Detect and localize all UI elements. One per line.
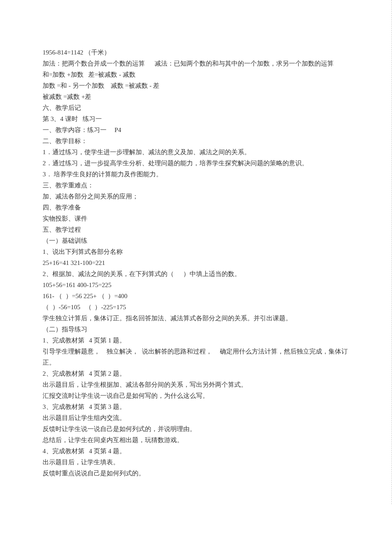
text-line: 三、教学重难点： — [43, 180, 349, 191]
text-line: 反馈时让学生说一说自己是如何列式的，并说明理由。 — [43, 423, 349, 434]
text-line: 实物投影、课件 — [43, 213, 349, 224]
text-line: 出示题目后让学生组内交流。 — [43, 412, 349, 423]
text-line: 反馈时重点说说自己是如何列式的。 — [43, 468, 349, 479]
text-line: 总结后，让学生在同桌内互相出题，玩猜数游戏。 — [43, 434, 349, 446]
text-line: 引导学生理解题意， 独立解决， 说出解答的思路和过程， 确定用什么方法计算，然后… — [43, 346, 349, 368]
text-line: 汇报交流时让学生说一说自己是如何写的，为什么这么写。 — [43, 390, 349, 401]
text-line: 四、教学准备 — [43, 202, 349, 213]
text-line: 2、完成教材第 4 页第 2 题。 — [43, 368, 349, 379]
text-line: 1．通过练习，使学生进一步理解加、减法的意义及加、减法之间的关系。 — [43, 147, 349, 158]
text-line: 六、教学后记 — [43, 102, 349, 113]
text-line: 1、完成教材第 4 页第 1 题。 — [43, 335, 349, 346]
text-line: 五、教学过程 — [43, 224, 349, 235]
text-line: 25+16=41 321-100=221 — [43, 257, 349, 268]
text-line: 161- （ ）=56 225+ （ ）=400 — [43, 290, 349, 302]
text-line: （二）指导练习 — [43, 324, 349, 335]
text-line: 二、教学目标： — [43, 135, 349, 147]
text-line: 出示题目后，让学生根据加、减法各部分间的关系，写出另外两个算式。 — [43, 379, 349, 390]
text-line: 被减数 =减数 +差 — [43, 91, 349, 102]
text-line: 1、说出下列算式各部分名称 — [43, 246, 349, 257]
text-line: （一）基础训练 — [43, 235, 349, 246]
text-line: 2、根据加、减法之间的关系，在下列算式的（ ）中填上适当的数。 — [43, 268, 349, 279]
text-line: 105+56=161 400-175=225 — [43, 279, 349, 290]
text-line: 一、教学内容：练习一 P4 — [43, 124, 349, 135]
text-line: 学生独立计算后，集体订正。指名回答加法、减法算式各部分之间的关系。并引出课题。 — [43, 313, 349, 324]
text-line: 加法：把两个数合并成一个数的运算 减法：已知两个数的和与其中的一个加数，求另一个… — [43, 58, 349, 69]
text-line: 2．通过练习，进一步提高学生分析、处理问题的能力，培养学生探究解决问题的策略的意… — [43, 158, 349, 169]
document-page: 1956-814=1142 （千米） 加法：把两个数合并成一个数的运算 减法：已… — [0, 0, 392, 504]
text-line: 和=加数 +加数 差=被减数 - 减数 — [43, 69, 349, 80]
text-line: 3、完成教材第 4 页第 3 题。 — [43, 401, 349, 412]
text-line: 加、减法各部分之间关系的应用； — [43, 191, 349, 202]
text-line: 1956-814=1142 （千米） — [43, 47, 349, 58]
text-line: 4、完成教材第 4 页第 4 题。 — [43, 446, 349, 457]
text-line: 第 3、4 课时 练习一 — [43, 113, 349, 124]
text-line: （ ）-56=105 （ ）-225=175 — [43, 302, 349, 313]
text-line: 出示题目后，让学生填表。 — [43, 457, 349, 468]
text-line: 加数 =和 - 另一个加数 减数 =被减数 - 差 — [43, 80, 349, 91]
text-line: 3． 培养学生良好的计算能力及作图能力。 — [43, 169, 349, 180]
